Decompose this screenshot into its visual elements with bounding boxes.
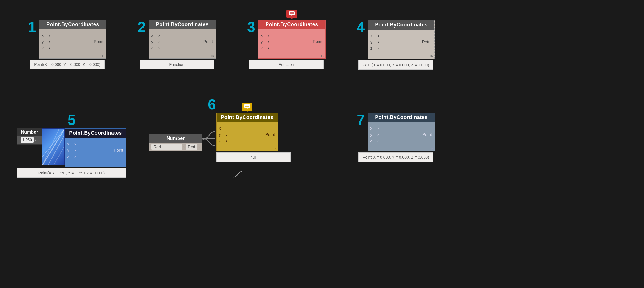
output-display-6: null <box>216 152 291 162</box>
output-display-7: Point(X = 0.000, Y = 0.000, Z = 0.000) <box>358 152 433 162</box>
node-header-1: Point.ByCoordinates <box>39 20 106 29</box>
output-display-2: Function <box>140 60 214 69</box>
svg-rect-9 <box>244 104 250 108</box>
node-box-4[interactable]: Point.ByCoordinates x› y› z› Point II\ <box>368 20 435 59</box>
node-footer-6: II\ <box>217 147 278 151</box>
node-number-1: 1 <box>28 20 36 34</box>
node-box-7[interactable]: Point.ByCoordinates x› y› z› Point II\ <box>368 112 435 151</box>
port-x-5: x <box>67 141 73 146</box>
port-y-4: y <box>370 39 376 44</box>
note-bubble-3 <box>286 10 297 18</box>
output-display-1: Point(X = 0.000, Y = 0.000, Z = 0.000) <box>30 60 104 69</box>
svg-line-7 <box>54 145 65 165</box>
output-display-5: Point(X = 1.250, Y = 1.250, Z = 0.000) <box>17 168 126 178</box>
node-footer-1: II\ <box>39 54 106 58</box>
output-point-3: Point <box>313 39 322 44</box>
port-z-5: z <box>67 154 73 159</box>
color-arrow: › <box>183 145 185 149</box>
node-footer-2: II\ <box>149 54 216 58</box>
port-x-6: x <box>219 126 224 130</box>
port-y-1: y <box>42 39 47 44</box>
output-point-4: Point <box>422 39 432 44</box>
lace-visual <box>42 128 65 165</box>
port-y-2: y <box>151 39 157 44</box>
node-footer-4: II\ <box>368 54 434 58</box>
number-value: 1.250 <box>21 137 34 143</box>
node-number-6: 6 <box>208 97 216 112</box>
node-group-1: 1 Point.ByCoordinates x› y› z› Point II\… <box>28 20 106 69</box>
note-bubble-6 <box>242 103 252 111</box>
output-point-7: Point <box>422 132 432 137</box>
node-box-5[interactable]: Point.ByCoordinates x› y› z› Point II\ <box>65 128 126 167</box>
output-point-5: Point <box>114 148 123 152</box>
node-header-4: Point.ByCoordinates <box>368 20 434 30</box>
main-canvas: 1 Point.ByCoordinates x› y› z› Point II\… <box>0 0 644 288</box>
number-node-title: Number <box>17 129 42 136</box>
node-header-7: Point.ByCoordinates <box>368 113 435 122</box>
node-box-6[interactable]: Point.ByCoordinates x› y› z› Point II\ <box>216 112 278 151</box>
svg-point-8 <box>202 138 205 140</box>
svg-line-4 <box>42 129 65 157</box>
node-header-3: Point.ByCoordinates <box>258 20 325 29</box>
node-header-5: Point.ByCoordinates <box>65 129 126 138</box>
port-y-5: y <box>67 148 73 152</box>
port-z-4: z <box>370 46 376 50</box>
port-z-7: z <box>370 138 376 143</box>
node-footer-7: II\ <box>368 147 435 151</box>
node-header-6: Point.ByCoordinates <box>217 113 278 122</box>
output-point-2: Point <box>203 39 213 44</box>
port-z-1: z <box>42 45 47 50</box>
port-y-6: y <box>219 132 224 137</box>
node-footer-5: II\ <box>65 162 126 167</box>
node-group-5: 5 Number 1.250 › <box>17 112 126 178</box>
output-display-4: Point(X = 0.000, Y = 0.000, Z = 0.000) <box>358 60 433 70</box>
svg-line-3 <box>42 129 65 165</box>
node-number-2: 2 <box>138 20 146 34</box>
color-output-arrow: › <box>199 145 200 149</box>
color-red-input: Red <box>151 144 182 150</box>
svg-rect-0 <box>289 11 295 15</box>
node-box-3[interactable]: Point.ByCoordinates x› y› z› Point II\ <box>258 20 326 58</box>
node-group-3: 3 Point.ByCoordinates x› y› z› Point I <box>247 20 326 69</box>
node-number-5: 5 <box>68 112 76 127</box>
node-number-4: 4 <box>357 20 365 34</box>
node-header-2: Point.ByCoordinates <box>149 20 216 29</box>
node-box-1[interactable]: Point.ByCoordinates x› y› z› Point II\ <box>39 20 106 58</box>
node-group-2: 2 Point.ByCoordinates x› y› z› Point II\… <box>138 20 216 69</box>
output-display-3: Function <box>249 60 324 69</box>
port-y-3: y <box>261 39 266 44</box>
port-y-7: y <box>370 132 376 137</box>
fork-connector <box>202 126 216 151</box>
port-z-2: z <box>151 45 157 50</box>
color-node-6[interactable]: Number Red › Red › <box>149 134 202 151</box>
port-x-7: x <box>370 126 376 130</box>
node-footer-3: II\ <box>258 54 325 58</box>
node-number-7: 7 <box>357 112 365 127</box>
port-z-3: z <box>261 45 266 50</box>
port-x-3: x <box>261 33 266 38</box>
port-x-4: x <box>370 33 376 38</box>
port-x-1: x <box>42 33 47 38</box>
color-node-header: Number <box>149 134 202 143</box>
node-group-7: 7 Point.ByCoordinates x› y› z› Point II\… <box>357 112 435 162</box>
node-group-4: 4 Point.ByCoordinates x› y› z› Point II\… <box>357 20 435 70</box>
number-arrow: › <box>35 138 36 142</box>
port-x-2: x <box>151 33 157 38</box>
number-node-5[interactable]: Number 1.250 › <box>17 128 42 145</box>
node-number-3: 3 <box>247 20 255 34</box>
port-z-6: z <box>219 138 224 143</box>
output-point-6: Point <box>265 132 275 137</box>
color-red-output: Red <box>186 144 197 150</box>
node-box-2[interactable]: Point.ByCoordinates x› y› z› Point II\ <box>149 20 216 58</box>
node-group-6: 6 Number Red › Red › <box>149 112 291 162</box>
output-point-1: Point <box>94 39 103 44</box>
